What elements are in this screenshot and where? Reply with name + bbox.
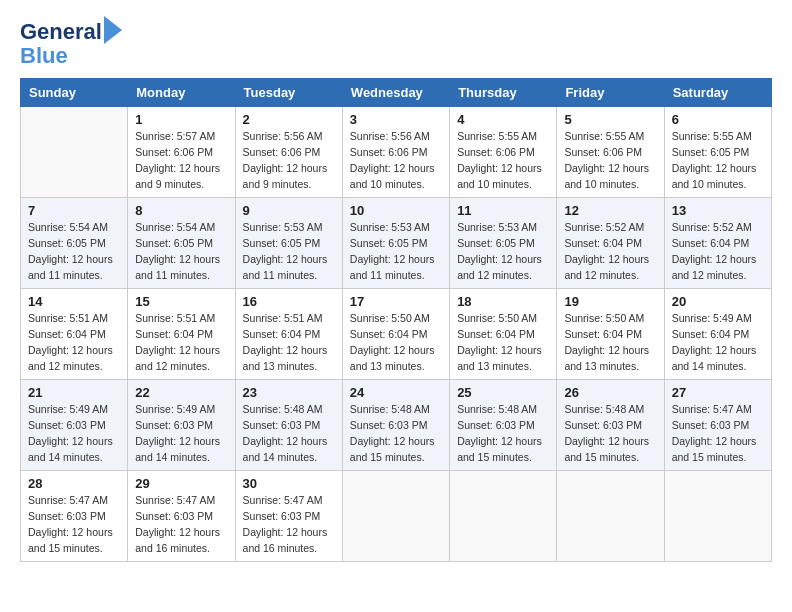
calendar-body: 1Sunrise: 5:57 AMSunset: 6:06 PMDaylight… (21, 107, 772, 562)
weekday-header: Monday (128, 79, 235, 107)
day-number: 26 (564, 385, 656, 400)
calendar-week-row: 7Sunrise: 5:54 AMSunset: 6:05 PMDaylight… (21, 198, 772, 289)
calendar-cell: 25Sunrise: 5:48 AMSunset: 6:03 PMDayligh… (450, 380, 557, 471)
day-info: Sunrise: 5:55 AMSunset: 6:06 PMDaylight:… (457, 129, 549, 192)
day-info: Sunrise: 5:55 AMSunset: 6:06 PMDaylight:… (564, 129, 656, 192)
calendar-cell: 2Sunrise: 5:56 AMSunset: 6:06 PMDaylight… (235, 107, 342, 198)
day-number: 9 (243, 203, 335, 218)
page-header: General Blue (20, 20, 772, 68)
day-number: 18 (457, 294, 549, 309)
calendar-week-row: 14Sunrise: 5:51 AMSunset: 6:04 PMDayligh… (21, 289, 772, 380)
day-number: 24 (350, 385, 442, 400)
calendar-cell (450, 471, 557, 562)
calendar-cell: 20Sunrise: 5:49 AMSunset: 6:04 PMDayligh… (664, 289, 771, 380)
calendar-cell: 24Sunrise: 5:48 AMSunset: 6:03 PMDayligh… (342, 380, 449, 471)
day-number: 5 (564, 112, 656, 127)
day-number: 14 (28, 294, 120, 309)
calendar-cell: 12Sunrise: 5:52 AMSunset: 6:04 PMDayligh… (557, 198, 664, 289)
day-number: 25 (457, 385, 549, 400)
day-number: 8 (135, 203, 227, 218)
day-info: Sunrise: 5:56 AMSunset: 6:06 PMDaylight:… (350, 129, 442, 192)
calendar-cell: 26Sunrise: 5:48 AMSunset: 6:03 PMDayligh… (557, 380, 664, 471)
calendar-cell: 19Sunrise: 5:50 AMSunset: 6:04 PMDayligh… (557, 289, 664, 380)
day-number: 6 (672, 112, 764, 127)
day-number: 19 (564, 294, 656, 309)
calendar-cell: 27Sunrise: 5:47 AMSunset: 6:03 PMDayligh… (664, 380, 771, 471)
day-number: 17 (350, 294, 442, 309)
day-number: 23 (243, 385, 335, 400)
day-info: Sunrise: 5:47 AMSunset: 6:03 PMDaylight:… (243, 493, 335, 556)
day-number: 22 (135, 385, 227, 400)
day-info: Sunrise: 5:49 AMSunset: 6:03 PMDaylight:… (135, 402, 227, 465)
day-info: Sunrise: 5:55 AMSunset: 6:05 PMDaylight:… (672, 129, 764, 192)
day-info: Sunrise: 5:53 AMSunset: 6:05 PMDaylight:… (457, 220, 549, 283)
calendar-cell: 13Sunrise: 5:52 AMSunset: 6:04 PMDayligh… (664, 198, 771, 289)
weekday-header: Thursday (450, 79, 557, 107)
calendar-cell (557, 471, 664, 562)
day-info: Sunrise: 5:53 AMSunset: 6:05 PMDaylight:… (243, 220, 335, 283)
day-info: Sunrise: 5:48 AMSunset: 6:03 PMDaylight:… (243, 402, 335, 465)
day-info: Sunrise: 5:48 AMSunset: 6:03 PMDaylight:… (564, 402, 656, 465)
day-number: 27 (672, 385, 764, 400)
day-info: Sunrise: 5:54 AMSunset: 6:05 PMDaylight:… (135, 220, 227, 283)
day-info: Sunrise: 5:47 AMSunset: 6:03 PMDaylight:… (672, 402, 764, 465)
calendar-cell: 1Sunrise: 5:57 AMSunset: 6:06 PMDaylight… (128, 107, 235, 198)
calendar-cell: 30Sunrise: 5:47 AMSunset: 6:03 PMDayligh… (235, 471, 342, 562)
day-number: 7 (28, 203, 120, 218)
calendar-cell (342, 471, 449, 562)
logo-blue: Blue (20, 44, 122, 68)
calendar-cell (21, 107, 128, 198)
day-number: 21 (28, 385, 120, 400)
day-info: Sunrise: 5:49 AMSunset: 6:04 PMDaylight:… (672, 311, 764, 374)
day-number: 10 (350, 203, 442, 218)
calendar-cell: 22Sunrise: 5:49 AMSunset: 6:03 PMDayligh… (128, 380, 235, 471)
day-info: Sunrise: 5:48 AMSunset: 6:03 PMDaylight:… (457, 402, 549, 465)
weekday-header: Tuesday (235, 79, 342, 107)
calendar-cell: 17Sunrise: 5:50 AMSunset: 6:04 PMDayligh… (342, 289, 449, 380)
calendar-cell: 6Sunrise: 5:55 AMSunset: 6:05 PMDaylight… (664, 107, 771, 198)
day-info: Sunrise: 5:50 AMSunset: 6:04 PMDaylight:… (457, 311, 549, 374)
day-number: 29 (135, 476, 227, 491)
calendar-cell: 23Sunrise: 5:48 AMSunset: 6:03 PMDayligh… (235, 380, 342, 471)
day-info: Sunrise: 5:57 AMSunset: 6:06 PMDaylight:… (135, 129, 227, 192)
calendar-cell: 10Sunrise: 5:53 AMSunset: 6:05 PMDayligh… (342, 198, 449, 289)
calendar-cell: 18Sunrise: 5:50 AMSunset: 6:04 PMDayligh… (450, 289, 557, 380)
calendar-week-row: 28Sunrise: 5:47 AMSunset: 6:03 PMDayligh… (21, 471, 772, 562)
calendar-week-row: 21Sunrise: 5:49 AMSunset: 6:03 PMDayligh… (21, 380, 772, 471)
calendar-cell: 9Sunrise: 5:53 AMSunset: 6:05 PMDaylight… (235, 198, 342, 289)
calendar-cell: 21Sunrise: 5:49 AMSunset: 6:03 PMDayligh… (21, 380, 128, 471)
day-number: 1 (135, 112, 227, 127)
day-info: Sunrise: 5:50 AMSunset: 6:04 PMDaylight:… (350, 311, 442, 374)
day-number: 12 (564, 203, 656, 218)
day-number: 15 (135, 294, 227, 309)
weekday-header: Friday (557, 79, 664, 107)
calendar-table: SundayMondayTuesdayWednesdayThursdayFrid… (20, 78, 772, 562)
weekday-header-row: SundayMondayTuesdayWednesdayThursdayFrid… (21, 79, 772, 107)
calendar-cell: 29Sunrise: 5:47 AMSunset: 6:03 PMDayligh… (128, 471, 235, 562)
calendar-cell: 7Sunrise: 5:54 AMSunset: 6:05 PMDaylight… (21, 198, 128, 289)
day-info: Sunrise: 5:56 AMSunset: 6:06 PMDaylight:… (243, 129, 335, 192)
weekday-header: Wednesday (342, 79, 449, 107)
day-info: Sunrise: 5:52 AMSunset: 6:04 PMDaylight:… (564, 220, 656, 283)
calendar-week-row: 1Sunrise: 5:57 AMSunset: 6:06 PMDaylight… (21, 107, 772, 198)
day-number: 16 (243, 294, 335, 309)
logo-general: General (20, 19, 102, 44)
calendar-cell: 11Sunrise: 5:53 AMSunset: 6:05 PMDayligh… (450, 198, 557, 289)
weekday-header: Saturday (664, 79, 771, 107)
day-number: 3 (350, 112, 442, 127)
logo: General Blue (20, 20, 122, 68)
calendar-cell: 14Sunrise: 5:51 AMSunset: 6:04 PMDayligh… (21, 289, 128, 380)
day-number: 28 (28, 476, 120, 491)
calendar-cell: 16Sunrise: 5:51 AMSunset: 6:04 PMDayligh… (235, 289, 342, 380)
calendar-cell: 4Sunrise: 5:55 AMSunset: 6:06 PMDaylight… (450, 107, 557, 198)
day-info: Sunrise: 5:49 AMSunset: 6:03 PMDaylight:… (28, 402, 120, 465)
day-info: Sunrise: 5:51 AMSunset: 6:04 PMDaylight:… (243, 311, 335, 374)
logo-arrow-icon (104, 16, 122, 44)
day-info: Sunrise: 5:53 AMSunset: 6:05 PMDaylight:… (350, 220, 442, 283)
day-number: 11 (457, 203, 549, 218)
day-number: 20 (672, 294, 764, 309)
day-number: 4 (457, 112, 549, 127)
day-info: Sunrise: 5:51 AMSunset: 6:04 PMDaylight:… (28, 311, 120, 374)
day-info: Sunrise: 5:50 AMSunset: 6:04 PMDaylight:… (564, 311, 656, 374)
day-info: Sunrise: 5:47 AMSunset: 6:03 PMDaylight:… (28, 493, 120, 556)
